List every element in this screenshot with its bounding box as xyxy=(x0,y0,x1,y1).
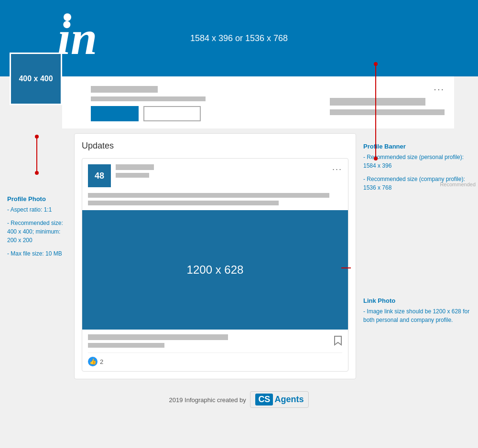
post-dots-menu[interactable]: ··· xyxy=(332,164,342,174)
recommended-label: Recommended xyxy=(440,181,476,187)
updates-title: Updates xyxy=(82,141,348,151)
post-text-bars xyxy=(82,193,348,210)
cs-badge: CS xyxy=(255,394,273,405)
post-footer-bar-2 xyxy=(88,343,164,348)
link-photo-desc: - Image link size should be 1200 x 628 f… xyxy=(363,307,473,324)
banner-line-dot-bottom xyxy=(374,157,378,160)
reaction-count: 2 xyxy=(100,358,103,365)
linkedin-logo: in xyxy=(57,14,97,62)
profile-dots-menu[interactable]: ··· xyxy=(434,84,445,95)
header-banner: in 1584 x 396 or 1536 x 768 xyxy=(0,0,478,76)
post-text-bar-1 xyxy=(88,193,329,198)
profile-photo-line1: - Aspect ratio: 1:1 xyxy=(7,205,67,214)
photo-red-dot-bottom xyxy=(35,171,39,175)
post-author-info xyxy=(116,164,342,178)
photo-red-line xyxy=(36,136,37,172)
bookmark-icon[interactable] xyxy=(334,335,342,348)
post-reactions: 👍 2 xyxy=(88,352,342,366)
link-photo-label: Link Photo xyxy=(363,297,473,304)
footer: 2019 Infographic created by CS Agents xyxy=(0,379,478,420)
cs-agents-logo: CS Agents xyxy=(250,391,309,408)
profile-photo-label: Profile Photo xyxy=(7,195,67,203)
post-text-bar-2 xyxy=(88,201,279,205)
main-content: Profile Photo - Aspect ratio: 1:1 - Reco… xyxy=(0,133,478,379)
linkedin-logo-dot xyxy=(64,13,71,21)
photo-annotation: Profile Photo - Aspect ratio: 1:1 - Reco… xyxy=(5,195,67,258)
center-panel: Updates 48 ··· 1200 x 628 xyxy=(74,133,356,379)
post-footer-bar-1 xyxy=(88,334,228,340)
profile-photo-box: 400 x 400 xyxy=(10,53,62,105)
updates-box: Updates 48 ··· 1200 x 628 xyxy=(74,133,356,379)
profile-photo-line2: - Recommended size: 400 x 400; minimum: … xyxy=(7,219,67,245)
agents-text: Agents xyxy=(274,395,304,405)
profile-right-bar-1 xyxy=(330,98,425,106)
link-photo-area[interactable]: 1200 x 628 xyxy=(82,210,348,330)
profile-photo-line3: - Max file size: 10 MB xyxy=(7,249,67,258)
profile-photo-dimensions: 400 x 400 xyxy=(19,75,53,83)
banner-dimensions: 1584 x 396 or 1536 x 768 xyxy=(190,33,288,43)
banner-line xyxy=(375,62,376,158)
right-sidebar: Profile Banner - Recommended size (perso… xyxy=(363,133,473,379)
profile-name-bar xyxy=(91,86,158,93)
profile-right-section xyxy=(330,98,445,115)
left-sidebar: Profile Photo - Aspect ratio: 1:1 - Reco… xyxy=(5,133,67,379)
post-name-bar xyxy=(116,164,154,170)
post-subtitle-bar xyxy=(116,173,149,178)
photo-red-dot-top xyxy=(35,135,39,139)
link-photo-dimensions: 1200 x 628 xyxy=(187,263,244,277)
link-photo-line xyxy=(341,267,351,268)
profile-subtitle-bar xyxy=(91,96,206,101)
message-button[interactable] xyxy=(143,106,201,121)
connect-button[interactable] xyxy=(91,106,139,121)
post-footer: 👍 2 xyxy=(82,330,348,371)
profile-section: ··· xyxy=(62,76,454,128)
profile-banner-label: Profile Banner xyxy=(363,143,473,150)
reaction-emoji: 👍 xyxy=(88,357,98,366)
profile-banner-desc1: - Recommended size (personal profile): 1… xyxy=(363,153,473,170)
post-avatar: 48 xyxy=(88,164,111,187)
footer-text: 2019 Infographic created by xyxy=(169,396,246,404)
banner-line-dot-top xyxy=(374,62,378,66)
post-header: 48 ··· xyxy=(82,159,348,193)
profile-right-bar-2 xyxy=(330,109,445,115)
post-card: 48 ··· 1200 x 628 xyxy=(82,158,348,372)
